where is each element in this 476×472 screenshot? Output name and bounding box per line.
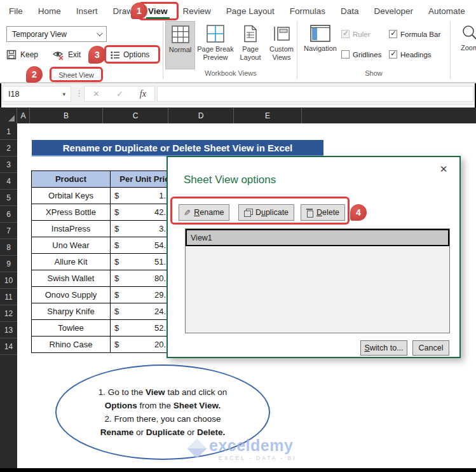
page-layout-button[interactable]: Page Layout: [236, 21, 265, 69]
formula-bar-checkbox-box[interactable]: [389, 30, 397, 38]
step-4-badge: 4: [350, 204, 367, 221]
duplicate-button[interactable]: Duplicate: [238, 204, 294, 221]
table-row: InstaPress$3.: [32, 221, 184, 237]
table-header-price-label: Per Unit Price: [119, 174, 173, 184]
row-header-9[interactable]: 9: [0, 256, 17, 272]
duplicate-pre: D: [255, 208, 261, 217]
formula-bar-checkbox[interactable]: Formula Bar: [389, 30, 440, 38]
row-header-10[interactable]: 10: [0, 272, 17, 289]
insert-function-icon[interactable]: fx: [140, 89, 146, 99]
note-segment-bold: Delete.: [197, 427, 225, 437]
tab-data[interactable]: Data: [333, 2, 367, 20]
dialog-close-icon[interactable]: ✕: [437, 162, 451, 176]
row-header-3[interactable]: 3: [0, 156, 17, 173]
tab-home[interactable]: Home: [31, 2, 69, 20]
page-break-preview-button[interactable]: Page Break Preview: [196, 21, 235, 69]
sheet-view-combobox[interactable]: Temporary View: [6, 26, 107, 42]
gridlines-checkbox-box[interactable]: [341, 50, 350, 59]
delete-rest: elete: [322, 208, 339, 217]
price-value: 1.: [159, 191, 166, 200]
column-header-b[interactable]: B: [30, 108, 103, 123]
delete-button[interactable]: Delete: [301, 204, 345, 221]
product-cell[interactable]: Swish Wallet: [32, 270, 111, 287]
tab-automate[interactable]: Automate: [421, 2, 473, 20]
tab-review[interactable]: Review: [175, 2, 219, 20]
formula-buttons: ✕ ✓ fx: [84, 86, 155, 102]
table-row: Swish Wallet$80.: [32, 270, 184, 287]
name-box-dropdown-icon[interactable]: ▾: [62, 91, 65, 97]
cancel-button[interactable]: Cancel: [412, 340, 449, 356]
product-cell[interactable]: Onovo Supply: [32, 287, 111, 303]
note-segment-bold: Options: [105, 401, 137, 410]
row-header-5[interactable]: 5: [0, 190, 17, 206]
switch-to-button[interactable]: Switch to...: [360, 340, 407, 356]
row-header-7[interactable]: 7: [0, 223, 17, 239]
currency-symbol: $: [114, 207, 119, 217]
list-item-view1[interactable]: View1: [186, 229, 449, 246]
options-button[interactable]: Options: [111, 46, 149, 63]
select-all-corner[interactable]: [0, 108, 17, 123]
row-header-4[interactable]: 4: [0, 173, 17, 190]
currency-symbol: $: [114, 224, 119, 233]
row-header-2[interactable]: 2: [0, 140, 17, 156]
normal-view-button[interactable]: Normal: [165, 21, 195, 69]
row-header-1[interactable]: 1: [0, 123, 17, 140]
table-row: XPress Bottle$42.: [32, 204, 184, 221]
rename-button[interactable]: ✎ Rename: [179, 204, 229, 221]
switch-to-accel: S: [364, 344, 369, 352]
row-header-12[interactable]: 12: [0, 305, 17, 322]
rename-label: Rename: [194, 208, 224, 217]
tab-insert[interactable]: Insert: [69, 2, 105, 20]
tab-file[interactable]: File: [1, 2, 31, 20]
custom-views-button[interactable]: Custom Views: [266, 21, 297, 69]
delete-label: Delete: [316, 208, 339, 217]
keep-button[interactable]: Keep: [6, 46, 38, 63]
cancel-entry-icon[interactable]: ✕: [93, 89, 100, 99]
price-value: 51.: [154, 257, 166, 267]
navigation-button[interactable]: Navigation: [301, 21, 340, 69]
headings-checkbox-box[interactable]: [389, 50, 397, 59]
sheet-views-listbox[interactable]: View1: [185, 228, 450, 333]
row-header-13[interactable]: 13: [0, 322, 17, 338]
column-header-a[interactable]: A: [17, 108, 30, 123]
row-header-11[interactable]: 11: [0, 289, 17, 305]
product-cell[interactable]: Sharpy Knife: [32, 303, 111, 320]
product-cell[interactable]: Allure Kit: [32, 254, 111, 270]
navigation-icon: [310, 25, 330, 42]
price-value: 29.: [154, 290, 166, 300]
product-cell[interactable]: Uno Wear: [32, 237, 111, 254]
gridlines-checkbox[interactable]: Gridlines: [341, 50, 381, 59]
product-cell[interactable]: Rhino Case: [32, 337, 111, 353]
product-cell[interactable]: Towlee: [32, 320, 111, 337]
price-value: 20.: [154, 340, 166, 349]
formula-input[interactable]: [157, 86, 473, 102]
table-header-product[interactable]: Product: [32, 171, 111, 188]
product-cell[interactable]: XPress Bottle: [32, 204, 111, 221]
row-header-6[interactable]: 6: [0, 206, 17, 223]
name-box[interactable]: I18 ▾: [3, 86, 71, 102]
price-value: 80.: [154, 274, 166, 283]
headings-label: Headings: [400, 51, 432, 59]
options-label: Options: [123, 50, 149, 59]
product-cell[interactable]: InstaPress: [32, 221, 111, 237]
duplicate-rest: plicate: [266, 208, 289, 217]
confirm-entry-icon[interactable]: ✓: [116, 89, 123, 99]
note-segment: or: [133, 427, 146, 437]
note-segment: tab and click on: [165, 387, 228, 397]
zoom-button[interactable]: Zoom: [455, 21, 476, 69]
row-header-8[interactable]: 8: [0, 239, 17, 256]
exit-button[interactable]: Exit: [52, 46, 81, 63]
tab-developer[interactable]: Developer: [366, 2, 421, 20]
tab-page-layout[interactable]: Page Layout: [219, 2, 282, 20]
row-header-14[interactable]: 14: [0, 338, 17, 355]
column-header-d[interactable]: D: [168, 108, 234, 123]
column-header-c[interactable]: C: [103, 108, 168, 123]
product-cell[interactable]: Orbital Keys: [32, 188, 111, 204]
page-break-preview-label: Page Break Preview: [196, 45, 235, 62]
column-header-e[interactable]: E: [234, 108, 302, 123]
table-row: Towlee$52.: [32, 320, 184, 337]
headings-checkbox[interactable]: Headings: [389, 50, 432, 59]
tab-formulas[interactable]: Formulas: [282, 2, 333, 20]
currency-symbol: $: [114, 191, 119, 200]
keep-label: Keep: [20, 50, 38, 59]
